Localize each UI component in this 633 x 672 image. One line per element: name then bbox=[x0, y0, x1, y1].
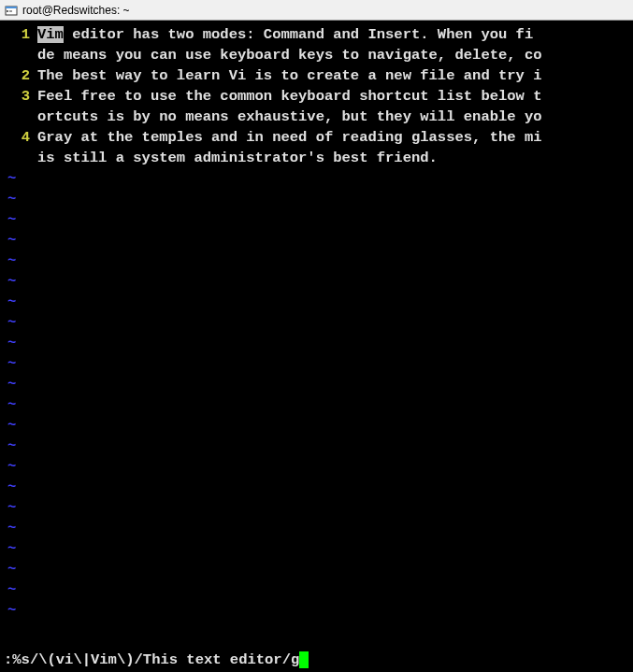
svg-point-2 bbox=[7, 10, 8, 12]
empty-line: ~ bbox=[0, 333, 633, 353]
line-number-blank bbox=[0, 45, 37, 65]
line-number-blank bbox=[0, 148, 37, 168]
text-line: 1 Vim editor has two modes: Command and … bbox=[0, 24, 633, 45]
text-line: 4 Gray at the temples and in need of rea… bbox=[0, 127, 633, 148]
line-content: Vim editor has two modes: Command and In… bbox=[37, 24, 533, 45]
vim-command-line[interactable]: :%s/\(vi\|Vim\)/This text editor/g bbox=[0, 650, 633, 672]
line-content: de means you can use keyboard keys to na… bbox=[37, 45, 542, 65]
text-line-wrap: de means you can use keyboard keys to na… bbox=[0, 45, 633, 65]
cursor bbox=[299, 651, 309, 668]
window-title-bar: root@Redswitches: ~ bbox=[0, 0, 633, 21]
empty-line: ~ bbox=[0, 538, 633, 559]
svg-rect-1 bbox=[6, 7, 17, 8]
empty-line: ~ bbox=[0, 312, 633, 333]
vim-editor-area[interactable]: 1 Vim editor has two modes: Command and … bbox=[0, 21, 633, 650]
text-line: 3 Feel free to use the common keyboard s… bbox=[0, 86, 633, 107]
empty-line: ~ bbox=[0, 477, 633, 497]
empty-line: ~ bbox=[0, 456, 633, 477]
window-title: root@Redswitches: ~ bbox=[22, 4, 130, 17]
empty-line: ~ bbox=[0, 415, 633, 436]
empty-line: ~ bbox=[0, 559, 633, 579]
empty-line: ~ bbox=[0, 250, 633, 271]
line-content: The best way to learn Vi is to create a … bbox=[37, 65, 542, 86]
empty-line: ~ bbox=[0, 600, 633, 621]
empty-line: ~ bbox=[0, 353, 633, 374]
line-number: 1 bbox=[0, 24, 37, 45]
line-number: 2 bbox=[0, 65, 37, 86]
line-number: 4 bbox=[0, 127, 37, 148]
empty-line: ~ bbox=[0, 518, 633, 538]
empty-line: ~ bbox=[0, 230, 633, 250]
line-number: 3 bbox=[0, 86, 37, 107]
empty-line: ~ bbox=[0, 394, 633, 415]
line-content: ortcuts is by no means exhaustive, but t… bbox=[37, 107, 542, 127]
empty-line: ~ bbox=[0, 189, 633, 209]
empty-line: ~ bbox=[0, 497, 633, 518]
command-text: :%s/\(vi\|Vim\)/This text editor/g bbox=[4, 651, 299, 668]
empty-line: ~ bbox=[0, 168, 633, 189]
search-highlight: Vim bbox=[37, 26, 64, 43]
terminal-icon bbox=[4, 3, 19, 18]
line-content: Feel free to use the common keyboard sho… bbox=[37, 86, 542, 107]
line-number-blank bbox=[0, 107, 37, 127]
empty-line: ~ bbox=[0, 292, 633, 312]
empty-line: ~ bbox=[0, 209, 633, 230]
empty-line: ~ bbox=[0, 374, 633, 394]
line-content: is still a system administrator's best f… bbox=[37, 148, 438, 168]
text-line-wrap: is still a system administrator's best f… bbox=[0, 148, 633, 168]
empty-line: ~ bbox=[0, 579, 633, 600]
line-content: Gray at the temples and in need of readi… bbox=[37, 127, 542, 148]
empty-line: ~ bbox=[0, 436, 633, 456]
empty-line: ~ bbox=[0, 271, 633, 292]
text-line-wrap: ortcuts is by no means exhaustive, but t… bbox=[0, 107, 633, 127]
text-line: 2 The best way to learn Vi is to create … bbox=[0, 65, 633, 86]
